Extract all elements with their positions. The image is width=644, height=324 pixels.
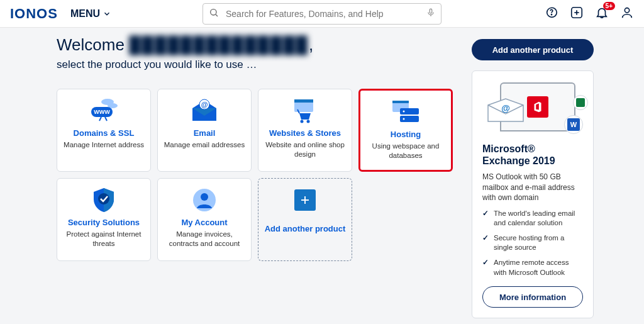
svg-line-1 [216, 14, 218, 16]
add-tile-label: Add another product [265, 224, 346, 235]
user-name-blurred: ██████████████ [129, 35, 309, 55]
tile-domains-ssl[interactable]: WWW Domains & SSL Manage Internet addres… [57, 89, 151, 172]
svg-point-0 [211, 9, 216, 14]
tile-title: Email [194, 128, 216, 138]
left-column: Welcome ██████████████, select the produ… [57, 35, 459, 261]
svg-text:@: @ [201, 101, 208, 108]
tile-title: Domains & SSL [74, 128, 135, 138]
email-icon: @ [190, 97, 219, 125]
account-icon [192, 186, 217, 214]
svg-rect-2 [430, 9, 432, 13]
help-icon[interactable] [545, 6, 558, 22]
right-column: Add another product @ W Microsoft® Excha… [472, 39, 594, 318]
notification-badge: 5+ [603, 2, 615, 10]
tile-title: My Account [181, 218, 227, 227]
svg-point-17 [301, 120, 304, 123]
chevron-down-icon [103, 9, 111, 18]
svg-point-22 [403, 111, 405, 113]
notifications-icon[interactable]: 5+ [595, 6, 609, 22]
svg-point-24 [403, 118, 405, 120]
promo-graphic: @ W [482, 80, 583, 138]
tile-desc: Protect against Internet threats [62, 230, 145, 249]
tile-desc: Using webspace and databases [365, 142, 446, 160]
promo-bullets: The world's leading email and calendar s… [482, 209, 583, 277]
plus-icon [294, 189, 316, 211]
tile-desc: Manage Internet address [64, 140, 144, 150]
search-container [203, 3, 441, 25]
tile-add-product[interactable]: Add another product [258, 178, 352, 261]
word-icon: W [564, 115, 583, 134]
tile-title: Security Solutions [68, 218, 140, 227]
add-icon[interactable] [570, 6, 584, 22]
tile-email[interactable]: @ Email Manage email addresses [157, 89, 252, 172]
menu-label: MENU [70, 8, 100, 20]
welcome-subtitle: select the product you would like to use… [57, 59, 459, 71]
svg-point-27 [201, 193, 208, 201]
svg-point-18 [307, 120, 310, 123]
tile-my-account[interactable]: My Account Manage invoices, contracts an… [157, 178, 252, 261]
hosting-icon [390, 98, 421, 126]
tile-websites-stores[interactable]: Websites & Stores Website and online sho… [258, 89, 352, 172]
promo-card: @ W Microsoft® Exchange 2019 MS Outlook … [472, 70, 594, 318]
envelope-icon: @ [486, 98, 525, 123]
promo-desc: MS Outlook with 50 GB mailbox and e-mail… [482, 172, 583, 203]
tile-title: Hosting [391, 130, 421, 139]
logo[interactable]: IONOS [10, 6, 58, 22]
svg-text:WWW: WWW [94, 109, 110, 115]
main-menu-button[interactable]: MENU [70, 8, 111, 20]
header-actions: 5+ [545, 6, 634, 22]
promo-title: Microsoft® Exchange 2019 [482, 143, 583, 167]
tile-title: Websites & Stores [269, 128, 341, 138]
welcome-text: Welcome [57, 35, 125, 54]
domains-icon: WWW [87, 97, 120, 125]
add-tile-icon [294, 186, 316, 214]
excel-icon [573, 95, 588, 110]
tile-desc: Manage invoices, contracts and account [163, 230, 246, 249]
product-tiles: WWW Domains & SSL Manage Internet addres… [57, 89, 459, 261]
security-icon [91, 186, 116, 214]
profile-icon[interactable] [620, 6, 634, 22]
svg-point-4 [551, 14, 552, 14]
search-input[interactable] [203, 3, 441, 25]
main-content: Welcome ██████████████, select the produ… [0, 28, 644, 318]
welcome-heading: Welcome ██████████████, [57, 35, 459, 55]
promo-bullet: The world's leading email and calendar s… [482, 209, 583, 228]
top-header: IONOS MENU 5+ [0, 0, 644, 28]
websites-icon [291, 97, 319, 125]
add-another-product-button[interactable]: Add another product [472, 39, 594, 60]
more-information-button[interactable]: More information [482, 286, 583, 308]
promo-bullet: Secure hosting from a single source [482, 233, 583, 253]
tile-security[interactable]: Security Solutions Protect against Inter… [57, 178, 151, 261]
svg-text:@: @ [501, 103, 510, 113]
svg-point-8 [625, 8, 629, 12]
tile-desc: Website and online shop design [264, 140, 347, 159]
svg-rect-20 [392, 101, 409, 103]
search-icon [209, 8, 219, 20]
comma: , [309, 35, 313, 54]
office-icon [527, 96, 548, 118]
tile-desc: Manage email addresses [164, 140, 245, 150]
promo-bullet: Anytime remote access with Microsoft Out… [482, 258, 583, 277]
tile-hosting[interactable]: Hosting Using webspace and databases [358, 89, 453, 172]
microphone-icon[interactable] [426, 7, 435, 21]
svg-rect-16 [294, 99, 313, 103]
svg-point-25 [98, 193, 109, 204]
